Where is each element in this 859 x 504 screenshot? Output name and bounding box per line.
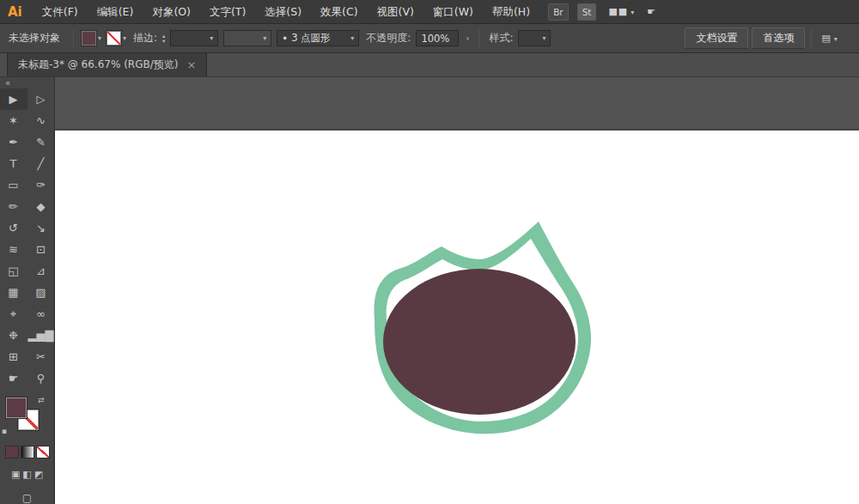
body-ellipse-shape[interactable] [383,269,576,415]
perspective-grid-tool[interactable]: ⊿ [27,260,55,282]
tools-panel: « ▶ ▷ ✶ ∿ ✒ ✎ T ╱ ▭ ✑ ✏ ◆ ↺ ↘ ≋ ⊡ ◱ ⊿ ▦ [0,77,55,504]
selection-tool[interactable]: ▶ [0,88,27,110]
eyedropper-tool[interactable]: ⌖ [0,303,27,325]
curvature-tool[interactable]: ✎ [27,131,55,153]
fill-color-control[interactable]: ▾ [82,31,101,46]
document-setup-button[interactable]: 文档设置 [685,27,748,49]
chevron-down-icon: ▾ [631,9,635,16]
chevron-down-icon: ▾ [350,34,354,42]
draw-behind-icon[interactable]: ◧ [22,469,31,480]
direct-selection-tool[interactable]: ▷ [27,88,55,110]
variable-width-profile-dropdown[interactable]: ▾ [223,30,271,46]
menu-edit[interactable]: 编辑(E) [88,0,143,23]
arrange-documents-glyph: ■■ [608,6,628,17]
illustrator-window: Ai 文件(F) 编辑(E) 对象(O) 文字(T) 选择(S) 效果(C) 视… [0,0,859,504]
brush-preview-icon: • [282,33,288,45]
screen-mode-icon[interactable]: ▢ [22,492,32,504]
gradient-button[interactable] [21,446,34,458]
menu-window[interactable]: 窗口(W) [423,0,483,23]
document-tab-title: 未标题-3* @ 66.67% (RGB/预览) [18,58,178,72]
default-fill-stroke-icon[interactable]: ▪ [2,427,7,435]
menu-bar: Ai 文件(F) 编辑(E) 对象(O) 文字(T) 选择(S) 效果(C) 视… [0,0,859,24]
swap-fill-stroke-icon[interactable]: ⇄ [38,396,45,404]
hand-tool[interactable]: ☛ [0,367,27,389]
document-tab-bar: 未标题-3* @ 66.67% (RGB/预览) × [0,53,859,77]
gradient-tool[interactable]: ▨ [27,282,55,303]
chevron-down-icon: ▾ [123,34,126,42]
mesh-tool[interactable]: ▦ [0,282,27,303]
slice-tool[interactable]: ✂ [27,346,55,367]
type-tool[interactable]: T [0,153,27,174]
shaper-tool[interactable]: ◆ [27,196,55,217]
chevron-down-icon: ▾ [834,35,838,43]
menu-file[interactable]: 文件(F) [33,0,88,23]
chevron-down-icon: ▾ [210,34,213,42]
fill-swatch[interactable] [6,398,27,418]
magic-wand-tool[interactable]: ✶ [0,110,27,131]
symbol-sprayer-tool[interactable]: ❉ [0,325,27,346]
close-icon[interactable]: × [186,58,196,71]
menu-view[interactable]: 视图(V) [368,0,423,23]
none-button[interactable] [36,446,50,458]
paintbrush-tool[interactable]: ✑ [27,174,55,196]
stepper-down-icon[interactable]: ▾ [162,39,165,44]
artwork-cat-shape[interactable] [368,213,608,445]
separator [478,29,479,48]
artboard[interactable] [55,131,859,504]
menu-type[interactable]: 文字(T) [200,0,255,23]
lasso-tool[interactable]: ∿ [27,110,55,131]
paint-mode-buttons [0,446,54,458]
style-dropdown[interactable]: ▾ [518,30,551,46]
rotate-tool[interactable]: ↺ [0,217,27,239]
stroke-weight-dropdown[interactable]: ▾ [170,30,218,46]
control-panel-menu-icon[interactable]: ▤▾ [821,33,838,44]
separator [73,29,74,48]
color-button[interactable] [5,446,19,458]
rectangle-tool[interactable]: ▭ [0,174,27,196]
stroke-none-swatch[interactable] [107,31,121,46]
scale-tool[interactable]: ↘ [27,217,55,239]
pen-tool[interactable]: ✒ [0,131,27,153]
menu-select[interactable]: 选择(S) [255,0,311,23]
brush-definition-dropdown[interactable]: • 3 点圆形 ▾ [277,30,359,46]
stock-button[interactable]: St [577,3,597,21]
canvas-pasteboard[interactable] [55,77,859,504]
panel-menu-glyph: ▤ [821,33,831,44]
fill-stroke-indicator: ⇄ ▪ [0,396,55,437]
brush-name: 3 点圆形 [291,32,347,45]
blend-tool[interactable]: ∞ [27,303,55,325]
document-tab[interactable]: 未标题-3* @ 66.67% (RGB/预览) × [7,53,207,76]
arrange-documents-icon[interactable]: ■■▾ [608,6,635,17]
preferences-button[interactable]: 首选项 [752,27,805,49]
draw-normal-icon[interactable]: ▣ [11,469,20,480]
menu-object[interactable]: 对象(O) [143,0,200,23]
width-tool[interactable]: ≋ [0,239,27,260]
chevron-down-icon: ▾ [542,34,545,42]
selection-status: 未选择对象 [7,31,65,46]
opacity-input[interactable]: 100% [416,30,459,46]
tools-collapse-icon[interactable]: « [0,77,54,88]
opacity-label: 不透明度: [366,31,411,46]
pencil-tool[interactable]: ✏ [0,196,27,217]
fill-color-swatch[interactable] [82,31,96,46]
line-segment-tool[interactable]: ╱ [27,153,55,174]
stroke-weight-stepper[interactable]: ▴▾ [162,33,165,44]
bridge-button[interactable]: Br [548,3,569,21]
stroke-color-control[interactable]: ▾ [107,31,126,46]
shape-builder-tool[interactable]: ◱ [0,260,27,282]
chevron-down-icon: ▾ [98,34,101,42]
hand-gesture-icon[interactable]: ☛ [647,6,656,17]
artboard-tool[interactable]: ⊞ [0,346,27,367]
free-transform-tool[interactable]: ⊡ [27,239,55,260]
illustrator-logo: Ai [0,4,33,20]
screen-mode-row: ▢ [0,492,54,504]
stroke-weight-label: 描边: [133,31,157,46]
chevron-down-icon: ▾ [263,34,266,42]
menu-help[interactable]: 帮助(H) [483,0,539,23]
opacity-flyout-icon[interactable]: › [464,33,471,43]
column-graph-tool[interactable]: ▂▅▇ [27,325,55,346]
draw-inside-icon[interactable]: ◩ [34,469,43,480]
style-label: 样式: [489,31,513,46]
zoom-tool[interactable]: ⚲ [27,367,55,389]
menu-effect[interactable]: 效果(C) [311,0,367,23]
